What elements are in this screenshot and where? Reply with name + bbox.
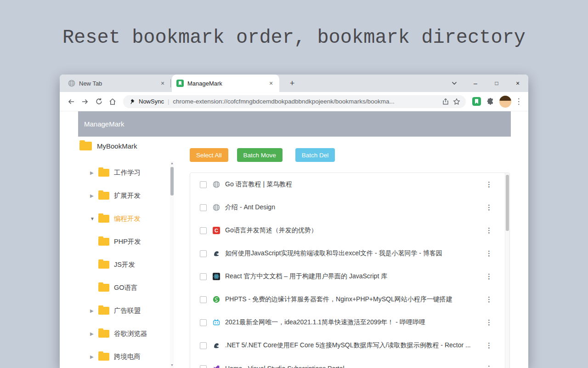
close-button[interactable]: × xyxy=(507,75,528,92)
collapse-arrow-icon[interactable]: ▼ xyxy=(90,216,98,221)
sidebar-folder-9[interactable]: ▶跨境电商 xyxy=(80,345,168,368)
batch-del-button[interactable]: Batch Del xyxy=(295,148,335,162)
bookmark-row-1[interactable]: Go 语言教程 | 菜鸟教程⋮ xyxy=(190,173,509,196)
sidebar-root-folder[interactable]: MyBookMark xyxy=(79,142,137,150)
bookmark-checkbox[interactable] xyxy=(200,365,207,368)
maximize-button[interactable]: □ xyxy=(486,75,507,92)
bookmark-row-4[interactable]: 如何使用JavaScript实现纯前端读取和导出excel文件 - 我是小茗同学… xyxy=(190,242,509,265)
bulk-actions-bar: Select All Batch Move Batch Del xyxy=(190,148,335,162)
bookmark-row-7[interactable]: 2021最新全网唯一，idea2021.1.1简单快速激活至2099年！ - 哔… xyxy=(190,311,509,334)
bookmark-title[interactable]: React 官方中文文档 – 用于构建用户界面的 JavaScript 库 xyxy=(225,272,486,281)
bookmark-title[interactable]: 2021最新全网唯一，idea2021.1.1简单快速激活至2099年！ - 哔… xyxy=(225,318,486,327)
managemark-extension-icon[interactable] xyxy=(469,97,483,106)
bookmark-checkbox[interactable] xyxy=(200,204,207,211)
list-scrollbar[interactable] xyxy=(505,173,509,368)
bookmark-title[interactable]: .NET 5/.NET Core使用EF Core 5连接MySQL数据库写入/… xyxy=(225,341,486,350)
minimize-button[interactable]: – xyxy=(465,75,486,92)
sidebar-folder-1[interactable]: ▶工作学习 xyxy=(80,161,168,184)
bookmark-checkbox[interactable] xyxy=(200,250,207,257)
tab-new-tab[interactable]: New Tab × xyxy=(63,75,171,92)
scroll-down-icon[interactable]: ▼ xyxy=(170,363,174,367)
bookmark-checkbox[interactable] xyxy=(200,227,207,234)
browser-menu-icon[interactable]: ⋮ xyxy=(514,97,524,106)
row-menu-icon[interactable]: ⋮ xyxy=(486,226,491,235)
folder-icon xyxy=(98,169,109,177)
sidebar-folder-6[interactable]: GO语言 xyxy=(80,276,168,299)
profile-avatar[interactable] xyxy=(499,96,511,108)
bookmark-row-8[interactable]: .NET 5/.NET Core使用EF Core 5连接MySQL数据库写入/… xyxy=(190,334,509,357)
tab-search-chevron-icon[interactable] xyxy=(444,75,465,92)
batch-move-button[interactable]: Batch Move xyxy=(237,148,283,162)
bookmark-title[interactable]: 介绍 - Ant Design xyxy=(225,203,486,212)
row-menu-icon[interactable]: ⋮ xyxy=(486,364,491,368)
expand-arrow-icon[interactable]: ▶ xyxy=(90,170,98,175)
expand-arrow-icon[interactable]: ▶ xyxy=(90,193,98,198)
bookmark-title[interactable]: 如何使用JavaScript实现纯前端读取和导出excel文件 - 我是小茗同学… xyxy=(225,249,486,258)
row-menu-icon[interactable]: ⋮ xyxy=(486,249,491,258)
bookmark-title[interactable]: Home - Visual Studio Subscriptions Porta… xyxy=(225,365,486,368)
bookmark-title[interactable]: Go 语言教程 | 菜鸟教程 xyxy=(225,180,486,189)
expand-arrow-icon[interactable]: ▶ xyxy=(90,331,98,336)
scrollbar-thumb[interactable] xyxy=(170,167,174,196)
expand-arrow-icon[interactable]: ▶ xyxy=(90,308,98,313)
back-icon[interactable] xyxy=(64,98,78,106)
sidebar-folder-4[interactable]: PHP开发 xyxy=(80,230,168,253)
react-icon xyxy=(213,273,220,280)
tab-close-icon[interactable]: × xyxy=(267,80,275,87)
forward-icon[interactable] xyxy=(78,98,92,106)
bookmark-checkbox[interactable] xyxy=(200,319,207,326)
tab-label: New Tab xyxy=(79,80,155,87)
sidebar-folder-8[interactable]: ▶谷歌浏览器 xyxy=(80,322,168,345)
bookmark-checkbox[interactable] xyxy=(200,181,207,188)
address-bar[interactable]: NowSync | chrome-extension://cofcfmngbdc… xyxy=(123,95,466,108)
visualstudio-icon xyxy=(213,365,220,368)
folder-label: 广告联盟 xyxy=(114,306,141,315)
sidebar-folder-2[interactable]: ▶扩展开发 xyxy=(80,184,168,207)
scrollbar-thumb[interactable] xyxy=(506,175,509,231)
bookmark-checkbox[interactable] xyxy=(200,296,207,303)
globe-icon xyxy=(68,80,75,87)
bookmark-title[interactable]: Go语言并发简述（并发的优势） xyxy=(225,226,486,235)
bookmark-star-icon[interactable] xyxy=(453,98,460,105)
bookmark-row-2[interactable]: 介绍 - Ant Design⋮ xyxy=(190,196,509,219)
extensions-puzzle-icon[interactable] xyxy=(483,98,497,105)
bilibili-icon xyxy=(213,319,220,326)
bookmark-title[interactable]: PHPTS - 免费的边缘计算服务器套件，Nginx+PHP+MySQL网站小程… xyxy=(225,295,486,304)
reload-icon[interactable] xyxy=(92,98,106,105)
row-menu-icon[interactable]: ⋮ xyxy=(486,341,491,350)
page-header: ManageMark xyxy=(78,111,511,137)
sidebar-scrollbar[interactable]: ▲ ▼ xyxy=(170,161,174,368)
expand-arrow-icon[interactable]: ▶ xyxy=(90,354,98,359)
bookmark-checkbox[interactable] xyxy=(200,342,207,349)
folder-label: 编程开发 xyxy=(114,214,141,223)
folder-icon xyxy=(98,261,109,269)
pin-icon xyxy=(129,98,135,105)
bookmark-row-3[interactable]: CGo语言并发简述（并发的优势）⋮ xyxy=(190,219,509,242)
biancheng-c-icon: C xyxy=(213,227,220,234)
sidebar-folder-7[interactable]: ▶广告联盟 xyxy=(80,299,168,322)
tab-close-icon[interactable]: × xyxy=(159,80,166,87)
new-tab-button[interactable]: + xyxy=(287,78,298,89)
row-menu-icon[interactable]: ⋮ xyxy=(486,180,491,189)
scroll-up-icon[interactable]: ▲ xyxy=(170,161,174,165)
desktop-background: Reset bookmark order, bookmark directory… xyxy=(0,0,588,368)
share-icon[interactable] xyxy=(442,98,449,105)
bookmark-row-5[interactable]: React 官方中文文档 – 用于构建用户界面的 JavaScript 库⋮ xyxy=(190,265,509,288)
row-menu-icon[interactable]: ⋮ xyxy=(486,203,491,212)
home-icon[interactable] xyxy=(106,98,119,106)
bookmark-row-6[interactable]: PHPTS - 免费的边缘计算服务器套件，Nginx+PHP+MySQL网站小程… xyxy=(190,288,509,311)
select-all-button[interactable]: Select All xyxy=(190,148,228,162)
sidebar-folder-5[interactable]: JS开发 xyxy=(80,253,168,276)
row-menu-icon[interactable]: ⋮ xyxy=(486,272,491,281)
tab-strip: New Tab × ManageMark × + – □ × xyxy=(60,75,528,92)
row-menu-icon[interactable]: ⋮ xyxy=(486,318,491,327)
managemark-extension-icon xyxy=(176,80,184,87)
bookmark-checkbox[interactable] xyxy=(200,273,207,280)
tab-managemark[interactable]: ManageMark × xyxy=(172,75,279,92)
bookmark-row-9[interactable]: Home - Visual Studio Subscriptions Porta… xyxy=(190,357,509,368)
folder-icon xyxy=(98,284,109,292)
folder-icon xyxy=(98,353,109,361)
sidebar-folder-3[interactable]: ▼编程开发 xyxy=(80,207,168,230)
row-menu-icon[interactable]: ⋮ xyxy=(486,295,491,304)
omnibox-separator: | xyxy=(168,98,169,105)
